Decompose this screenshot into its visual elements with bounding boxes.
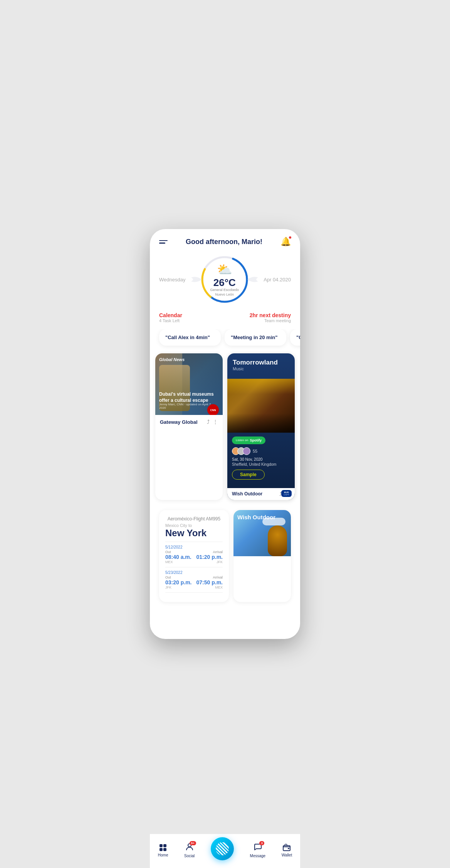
flight-leg2-arr-time: 07:50 p.m.: [196, 579, 223, 585]
bud-light-logo: BUD LIGHT: [281, 490, 292, 497]
flight-leg1-date: 5/12/2022: [165, 545, 223, 549]
more-icon[interactable]: ⋮: [213, 419, 218, 425]
news-image: Global News Dubai's virtual museums offe…: [155, 353, 223, 415]
weather-day-block: Wednesday: [159, 277, 185, 283]
spotify-label: Spotify: [250, 438, 262, 442]
weather-temp: 26°C: [210, 278, 239, 288]
cnn-badge: CNN: [207, 404, 219, 415]
flight-from: Mexico City to: [165, 523, 223, 528]
news-label: Global News: [159, 357, 185, 362]
flight-leg1-arrival: Arrival 01:20 p.m. JFK: [196, 550, 223, 564]
share-icon[interactable]: ⤴: [207, 419, 210, 425]
reminder-text-2: "Meeting in 20 min": [231, 334, 280, 340]
attendee-count: 55: [253, 449, 257, 453]
flight-leg1-out: Out 08:40 a.m. MEX: [165, 550, 191, 564]
destiny-label: 2hr next destiny: [250, 312, 291, 318]
flight-leg1-out-time: 08:40 a.m.: [165, 554, 191, 560]
reminder-text-1: "Call Alex in 4min": [165, 334, 215, 340]
wish-outdoor-card[interactable]: Wish Outdoor: [233, 510, 291, 602]
event-footer-title: Wish Outdoor: [232, 491, 262, 497]
destiny-block[interactable]: 2hr next destiny Team meeting: [250, 312, 291, 323]
cards-section: Global News Dubai's virtual museums offe…: [150, 353, 300, 506]
flight-leg1-arr-code: JFK: [196, 560, 223, 564]
avatar-3: [243, 447, 250, 455]
avatars-row: 55: [232, 447, 290, 455]
event-bg-image: [227, 379, 295, 433]
news-card-footer: Gateway Global ⤴ ⋮: [155, 415, 223, 429]
flight-leg-1: 5/12/2022 Out 08:40 a.m. MEX Arrival 01:…: [165, 545, 223, 564]
flight-leg2-out-code: JFK: [165, 585, 191, 589]
flight-leg1-arr-time: 01:20 p.m.: [196, 554, 223, 560]
header-title: Good afternoon, Mario!: [186, 238, 262, 246]
flight-leg2-out-time: 03:20 p.m.: [165, 579, 191, 585]
reminder-card-1[interactable]: "Call Alex in 4min": [159, 329, 221, 346]
event-date: Sat, 30 Nov, 2020: [232, 457, 290, 462]
flight-leg1-times: Out 08:40 a.m. MEX Arrival 01:20 p.m. JF…: [165, 550, 223, 564]
flight-leg1-out-code: MEX: [165, 560, 191, 564]
weather-widget[interactable]: ⛅ 26°C General Escobedo Nuevo León: [200, 254, 250, 304]
wish-cloud: [262, 518, 285, 525]
flight-leg2-out: Out 03:20 p.m. JFK: [165, 575, 191, 589]
flight-leg2-arrival: Arrival 07:50 p.m. MEX: [196, 575, 223, 589]
reminder-card-2[interactable]: "Meeting in 20 min": [225, 329, 286, 346]
wish-outdoor-image: Wish Outdoor: [233, 510, 291, 556]
event-card-content: Tomorrowland Music: [227, 353, 295, 379]
spotify-listen-text: Listen on: [236, 438, 248, 442]
news-headline: Dubai's virtual museums offer a cultural…: [159, 391, 219, 403]
weather-inner: ⛅ 26°C General Escobedo Nuevo León: [210, 262, 239, 297]
calendar-block[interactable]: Calendar 4 Task Left: [159, 312, 182, 323]
app-header: Good afternoon, Mario! 🔔: [150, 229, 300, 251]
out-label-2: Out: [165, 575, 191, 579]
reminder-card-3[interactable]: "C: [290, 329, 300, 346]
event-subtitle: Music: [233, 366, 289, 371]
destiny-sub: Team meeting: [250, 318, 291, 323]
bell-notification-dot: [289, 236, 292, 239]
news-footer-title: Gateway Global: [160, 419, 198, 425]
arrival-label-1: Arrival: [196, 550, 223, 554]
weather-date-block: Apr 04.2020: [264, 277, 291, 283]
flight-leg2-times: Out 03:20 p.m. JFK Arrival 07:50 p.m. ME…: [165, 575, 223, 589]
flight-divider-1: [165, 542, 223, 542]
flight-leg2-date: 5/23/2022: [165, 570, 223, 575]
flight-divider-2: [165, 567, 223, 567]
weather-day: Wednesday: [159, 277, 185, 283]
sample-button[interactable]: Sample: [232, 470, 265, 480]
weather-date: Apr 04.2020: [264, 277, 291, 283]
event-details: Listen on Spotify 55 Sat, 30 Nov, 2020 S…: [227, 433, 295, 488]
flight-section: Aeroméxico-Flight AM995 Mexico City to N…: [150, 506, 300, 608]
flight-airline: Aeroméxico-Flight AM995: [165, 516, 223, 522]
event-lights: [227, 379, 295, 394]
flight-leg-2: 5/23/2022 Out 03:20 p.m. JFK Arrival 07:…: [165, 570, 223, 589]
out-label: Out: [165, 550, 191, 554]
menu-button[interactable]: [159, 240, 168, 244]
news-card[interactable]: Global News Dubai's virtual museums offe…: [155, 353, 223, 500]
flight-divider-3: [165, 592, 223, 593]
flight-card[interactable]: Aeroméxico-Flight AM995 Mexico City to N…: [159, 510, 229, 602]
weather-city-line2: Nuevo León: [210, 292, 239, 297]
weather-section: Wednesday: [150, 251, 300, 312]
info-row: Calendar 4 Task Left 2hr next destiny Te…: [150, 312, 300, 329]
event-location: Sheffield, United Kingdom: [232, 462, 290, 467]
wish-mascot: [268, 525, 287, 556]
flight-leg2-arr-code: MEX: [196, 585, 223, 589]
weather-icon: ⛅: [210, 262, 239, 277]
reminders-row: "Call Alex in 4min" "Meeting in 20 min" …: [150, 329, 300, 353]
event-title: Tomorrowland: [233, 359, 289, 366]
notification-bell[interactable]: 🔔: [280, 237, 291, 247]
calendar-label: Calendar: [159, 312, 182, 318]
event-card[interactable]: Tomorrowland Music Listen on Spotify: [227, 353, 295, 500]
arrival-label-2: Arrival: [196, 575, 223, 579]
event-crowd: [227, 413, 295, 433]
reminder-text-3: "C: [296, 334, 300, 340]
flight-destination: New York: [165, 528, 223, 539]
spotify-button[interactable]: Listen on Spotify: [232, 437, 265, 444]
calendar-sub: 4 Task Left: [159, 318, 182, 323]
weather-city-line1: General Escobedo: [210, 288, 239, 293]
news-footer-icons: ⤴ ⋮: [207, 419, 218, 425]
